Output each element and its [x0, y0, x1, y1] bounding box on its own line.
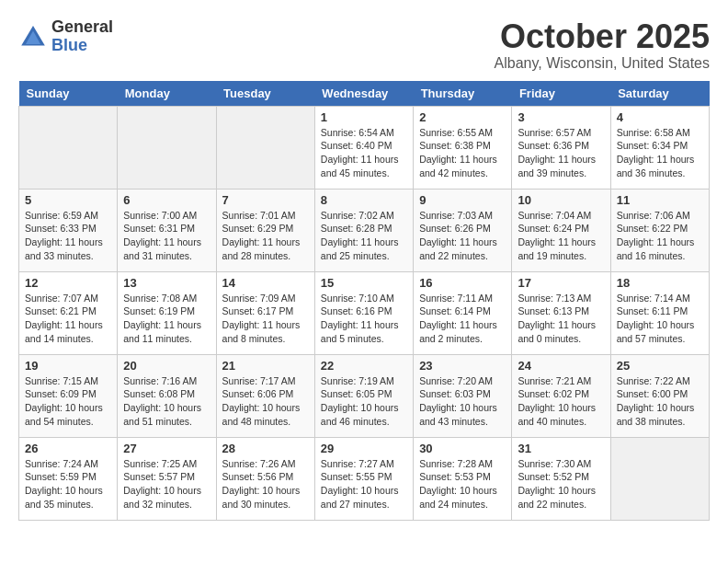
logo-general: General [51, 18, 113, 37]
day-number: 31 [518, 442, 604, 455]
day-info: Sunrise: 7:07 AMSunset: 6:21 PMDaylight:… [25, 292, 111, 346]
day-number: 2 [419, 110, 506, 124]
header-monday: Monday [118, 81, 216, 107]
day-cell: 23Sunrise: 7:20 AMSunset: 6:03 PMDayligh… [414, 354, 512, 437]
day-number: 1 [321, 110, 407, 124]
day-number: 21 [222, 359, 309, 373]
day-info: Sunrise: 7:28 AMSunset: 5:53 PMDaylight:… [419, 457, 506, 511]
calendar-body: 1Sunrise: 6:54 AMSunset: 6:40 PMDaylight… [19, 106, 710, 520]
day-cell: 5Sunrise: 6:59 AMSunset: 6:33 PMDaylight… [19, 189, 118, 271]
day-info: Sunrise: 7:15 AMSunset: 6:09 PMDaylight:… [25, 374, 111, 429]
day-number: 7 [222, 193, 309, 207]
day-number: 27 [123, 442, 210, 455]
week-row-4: 26Sunrise: 7:24 AMSunset: 5:59 PMDayligh… [19, 437, 710, 520]
day-info: Sunrise: 7:25 AMSunset: 5:57 PMDaylight:… [123, 457, 210, 511]
day-cell: 24Sunrise: 7:21 AMSunset: 6:02 PMDayligh… [512, 354, 610, 437]
day-cell: 14Sunrise: 7:09 AMSunset: 6:17 PMDayligh… [216, 271, 314, 354]
day-cell: 22Sunrise: 7:19 AMSunset: 6:05 PMDayligh… [314, 354, 413, 437]
day-cell: 16Sunrise: 7:11 AMSunset: 6:14 PMDayligh… [414, 271, 512, 354]
day-info: Sunrise: 7:04 AMSunset: 6:24 PMDaylight:… [518, 209, 604, 263]
location: Albany, Wisconsin, United States [495, 55, 710, 72]
day-number: 15 [321, 276, 407, 290]
day-cell: 11Sunrise: 7:06 AMSunset: 6:22 PMDayligh… [610, 189, 709, 271]
day-info: Sunrise: 7:10 AMSunset: 6:16 PMDaylight:… [321, 292, 407, 346]
day-info: Sunrise: 7:06 AMSunset: 6:22 PMDaylight:… [617, 209, 703, 263]
day-cell: 21Sunrise: 7:17 AMSunset: 6:06 PMDayligh… [216, 354, 314, 437]
day-cell: 30Sunrise: 7:28 AMSunset: 5:53 PMDayligh… [414, 437, 512, 520]
day-number: 3 [518, 110, 604, 124]
day-info: Sunrise: 7:16 AMSunset: 6:08 PMDaylight:… [123, 374, 210, 429]
day-number: 18 [617, 276, 703, 290]
day-info: Sunrise: 7:00 AMSunset: 6:31 PMDaylight:… [123, 209, 210, 263]
day-cell: 8Sunrise: 7:02 AMSunset: 6:28 PMDaylight… [314, 189, 413, 271]
day-info: Sunrise: 6:54 AMSunset: 6:40 PMDaylight:… [321, 126, 407, 180]
day-cell: 17Sunrise: 7:13 AMSunset: 6:13 PMDayligh… [512, 271, 610, 354]
day-number: 29 [321, 442, 407, 455]
day-info: Sunrise: 6:55 AMSunset: 6:38 PMDaylight:… [419, 126, 506, 180]
header-saturday: Saturday [610, 81, 709, 107]
day-number: 4 [617, 110, 703, 124]
calendar: SundayMondayTuesdayWednesdayThursdayFrid… [18, 81, 710, 521]
day-cell [610, 437, 709, 520]
day-number: 13 [123, 276, 210, 290]
logo: General Blue [18, 18, 113, 55]
logo-icon [18, 22, 48, 52]
day-number: 6 [123, 193, 210, 207]
day-info: Sunrise: 7:08 AMSunset: 6:19 PMDaylight:… [123, 292, 210, 346]
day-info: Sunrise: 7:17 AMSunset: 6:06 PMDaylight:… [222, 374, 309, 429]
day-number: 30 [419, 442, 506, 455]
week-row-3: 19Sunrise: 7:15 AMSunset: 6:09 PMDayligh… [19, 354, 710, 437]
day-number: 22 [321, 359, 407, 373]
day-number: 9 [419, 193, 506, 207]
day-info: Sunrise: 7:02 AMSunset: 6:28 PMDaylight:… [321, 209, 407, 263]
calendar-header: SundayMondayTuesdayWednesdayThursdayFrid… [19, 81, 710, 107]
day-cell: 31Sunrise: 7:30 AMSunset: 5:52 PMDayligh… [512, 437, 610, 520]
day-number: 8 [321, 193, 407, 207]
day-info: Sunrise: 7:22 AMSunset: 6:00 PMDaylight:… [617, 374, 703, 429]
day-number: 14 [222, 276, 309, 290]
day-cell [216, 106, 314, 189]
day-cell: 26Sunrise: 7:24 AMSunset: 5:59 PMDayligh… [19, 437, 118, 520]
day-number: 19 [25, 359, 111, 373]
day-cell: 20Sunrise: 7:16 AMSunset: 6:08 PMDayligh… [118, 354, 216, 437]
day-info: Sunrise: 7:24 AMSunset: 5:59 PMDaylight:… [25, 457, 111, 511]
day-info: Sunrise: 6:58 AMSunset: 6:34 PMDaylight:… [617, 126, 703, 180]
day-info: Sunrise: 7:21 AMSunset: 6:02 PMDaylight:… [518, 374, 604, 429]
day-cell: 25Sunrise: 7:22 AMSunset: 6:00 PMDayligh… [610, 354, 709, 437]
day-cell: 18Sunrise: 7:14 AMSunset: 6:11 PMDayligh… [610, 271, 709, 354]
day-info: Sunrise: 7:11 AMSunset: 6:14 PMDaylight:… [419, 292, 506, 346]
header-tuesday: Tuesday [216, 81, 314, 107]
day-cell: 4Sunrise: 6:58 AMSunset: 6:34 PMDaylight… [610, 106, 709, 189]
page-header: General Blue October 2025 Albany, Wiscon… [18, 18, 710, 72]
day-cell: 29Sunrise: 7:27 AMSunset: 5:55 PMDayligh… [314, 437, 413, 520]
day-number: 20 [123, 359, 210, 373]
day-number: 24 [518, 359, 604, 373]
day-info: Sunrise: 7:19 AMSunset: 6:05 PMDaylight:… [321, 374, 407, 429]
day-cell: 7Sunrise: 7:01 AMSunset: 6:29 PMDaylight… [216, 189, 314, 271]
day-number: 16 [419, 276, 506, 290]
day-cell: 13Sunrise: 7:08 AMSunset: 6:19 PMDayligh… [118, 271, 216, 354]
day-info: Sunrise: 7:01 AMSunset: 6:29 PMDaylight:… [222, 209, 309, 263]
day-number: 10 [518, 193, 604, 207]
header-wednesday: Wednesday [314, 81, 413, 107]
day-cell: 28Sunrise: 7:26 AMSunset: 5:56 PMDayligh… [216, 437, 314, 520]
logo-blue: Blue [51, 37, 113, 55]
month-title: October 2025 [495, 18, 710, 55]
day-cell: 10Sunrise: 7:04 AMSunset: 6:24 PMDayligh… [512, 189, 610, 271]
header-row: SundayMondayTuesdayWednesdayThursdayFrid… [19, 81, 710, 107]
day-number: 12 [25, 276, 111, 290]
logo-text: General Blue [51, 18, 113, 55]
header-friday: Friday [512, 81, 610, 107]
header-thursday: Thursday [414, 81, 512, 107]
day-number: 25 [617, 359, 703, 373]
day-number: 11 [617, 193, 703, 207]
week-row-0: 1Sunrise: 6:54 AMSunset: 6:40 PMDaylight… [19, 106, 710, 189]
day-cell: 12Sunrise: 7:07 AMSunset: 6:21 PMDayligh… [19, 271, 118, 354]
day-cell: 2Sunrise: 6:55 AMSunset: 6:38 PMDaylight… [414, 106, 512, 189]
day-info: Sunrise: 7:30 AMSunset: 5:52 PMDaylight:… [518, 457, 604, 511]
day-number: 5 [25, 193, 111, 207]
header-sunday: Sunday [19, 81, 118, 107]
day-number: 28 [222, 442, 309, 455]
day-cell: 19Sunrise: 7:15 AMSunset: 6:09 PMDayligh… [19, 354, 118, 437]
day-cell [118, 106, 216, 189]
